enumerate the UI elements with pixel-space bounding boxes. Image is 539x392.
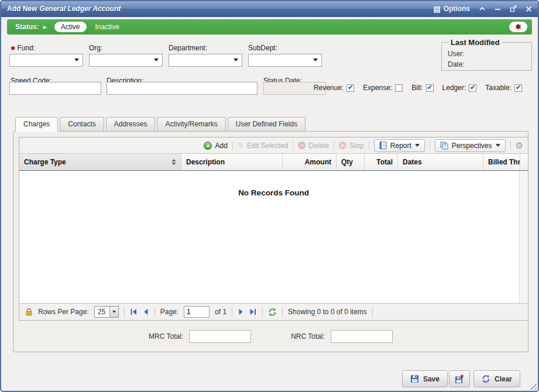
- grid-header: Charge Type Description Amount Qty Total…: [19, 154, 528, 171]
- pager-separator: [124, 307, 125, 317]
- tab-contacts[interactable]: Contacts: [60, 117, 104, 131]
- status-option-inactive[interactable]: Inactive: [95, 23, 119, 31]
- delete-minus-icon: −: [298, 142, 305, 149]
- org-select[interactable]: [89, 54, 163, 67]
- subdept-label: SubDept:: [248, 44, 277, 52]
- clear-button[interactable]: Clear: [473, 370, 520, 387]
- expense-checkbox[interactable]: ✔: [395, 84, 403, 92]
- save-and-close-button[interactable]: [449, 370, 470, 387]
- title-bar: Add NewGeneral Ledger Account ▤ Options: [1, 1, 538, 17]
- popout-button[interactable]: [510, 5, 517, 12]
- tab-activity-remarks[interactable]: Activity/Remarks: [157, 117, 225, 131]
- resize-grip[interactable]: [528, 381, 537, 390]
- chevron-down-icon: [496, 144, 500, 147]
- collapse-button[interactable]: [479, 6, 486, 12]
- nrc-total-label: NRC Total:: [291, 332, 325, 341]
- rows-per-page-value: 25: [95, 307, 109, 317]
- department-select[interactable]: [169, 54, 242, 67]
- checkbox-bill[interactable]: Bill: ✔: [411, 84, 433, 92]
- last-page-button[interactable]: [249, 308, 257, 315]
- checkbox-revenue[interactable]: Revenue: ✔: [314, 84, 354, 92]
- save-button[interactable]: Save: [402, 370, 448, 387]
- status-arrow-icon: ▶: [43, 25, 47, 30]
- taxable-checkbox[interactable]: ✔: [514, 84, 522, 92]
- column-header-amount[interactable]: Amount: [283, 154, 337, 170]
- stop-button[interactable]: Stop: [339, 142, 364, 150]
- grid-body: No Records Found: [19, 171, 528, 303]
- bill-checkbox[interactable]: ✔: [426, 84, 434, 92]
- previous-page-button[interactable]: [143, 308, 149, 315]
- tab-user-defined-fields[interactable]: User Defined Fields: [228, 117, 305, 131]
- revenue-checkbox[interactable]: ✔: [346, 84, 354, 92]
- options-button[interactable]: ▤ Options: [433, 5, 470, 13]
- pager-separator: [155, 307, 155, 317]
- next-page-button[interactable]: [238, 308, 244, 315]
- required-indicator-button[interactable]: ✱: [509, 22, 527, 32]
- report-button[interactable]: Report: [374, 139, 425, 152]
- chevron-down-icon: [415, 144, 420, 147]
- toolbar-separator: [369, 141, 369, 150]
- rows-per-page-select[interactable]: 25: [94, 306, 119, 318]
- column-header-dates[interactable]: Dates: [398, 154, 483, 170]
- first-page-icon: [130, 308, 138, 315]
- revenue-label: Revenue:: [314, 84, 344, 92]
- rows-per-page-label: Rows Per Page:: [38, 308, 89, 316]
- department-label: Department:: [169, 44, 207, 52]
- delete-button[interactable]: − Delete: [298, 142, 329, 150]
- bill-label: Bill:: [411, 84, 423, 92]
- fund-select[interactable]: [9, 54, 83, 67]
- close-button[interactable]: [526, 6, 532, 12]
- checkbox-expense[interactable]: Expense: ✔: [363, 84, 403, 92]
- toolbar-separator: [293, 141, 293, 150]
- sort-icon[interactable]: [171, 159, 176, 165]
- tab-addresses[interactable]: Addresses: [106, 117, 156, 131]
- column-label: Amount: [305, 158, 331, 166]
- column-header-charge-type[interactable]: Charge Type: [19, 154, 181, 170]
- close-icon: [526, 6, 532, 12]
- checkbox-ledger[interactable]: Ledger: ✔: [442, 84, 477, 92]
- edit-selected-button[interactable]: ✎ Edit Selected: [238, 142, 289, 150]
- description-input[interactable]: [107, 82, 258, 95]
- next-page-icon: [238, 308, 244, 315]
- mrc-total-label: MRC Total:: [149, 332, 183, 341]
- tab-charges[interactable]: Charges: [15, 117, 58, 132]
- options-label: Options: [444, 5, 470, 13]
- nrc-total-input[interactable]: [331, 330, 393, 343]
- checkbox-taxable[interactable]: Taxable: ✔: [485, 84, 522, 92]
- ledger-checkbox[interactable]: ✔: [469, 84, 476, 92]
- settings-gear-button[interactable]: ⚙: [516, 141, 523, 150]
- pencil-icon: ✎: [238, 142, 244, 149]
- chevron-down-icon: [74, 59, 79, 61]
- charges-panel: + Add ✎ Edit Selected − Delete Stop: [13, 131, 528, 352]
- pager-separator: [282, 307, 283, 317]
- vertical-scrollbar-track[interactable]: [519, 171, 528, 303]
- last-modified-title: Last Modified: [449, 38, 502, 47]
- column-label: Charge Type: [24, 158, 66, 166]
- first-page-button[interactable]: [130, 308, 138, 315]
- mrc-total-input[interactable]: [189, 330, 251, 343]
- taxable-label: Taxable:: [485, 84, 511, 92]
- refresh-button[interactable]: [268, 308, 277, 317]
- column-header-billed-through[interactable]: Billed Thro.: [483, 154, 520, 170]
- combo-arrow-button[interactable]: [109, 307, 118, 317]
- speed-code-input[interactable]: [9, 82, 101, 95]
- org-label: Org:: [89, 44, 102, 52]
- list-icon: ▤: [433, 5, 440, 13]
- page-of-label: of 1: [215, 308, 226, 316]
- toolbar-separator: [232, 141, 233, 150]
- column-header-total[interactable]: Total: [365, 154, 398, 170]
- status-option-active[interactable]: Active: [54, 22, 87, 32]
- perspectives-button[interactable]: Perspectives: [435, 139, 506, 152]
- column-label: Description: [186, 158, 225, 166]
- column-header-description[interactable]: Description: [181, 154, 283, 170]
- add-button[interactable]: + Add: [204, 142, 227, 150]
- title-prefix: Add New: [7, 5, 37, 13]
- minimize-button[interactable]: [495, 6, 501, 12]
- column-header-qty[interactable]: Qty: [337, 154, 365, 170]
- page-input[interactable]: [184, 306, 210, 318]
- subdept-select[interactable]: [248, 54, 322, 67]
- grid-pager: Rows Per Page: 25 Page: of 1 Showing 0: [19, 303, 528, 320]
- last-page-icon: [249, 308, 257, 315]
- totals-row: MRC Total: NRC Total:: [19, 321, 523, 352]
- column-label: Dates: [403, 158, 422, 166]
